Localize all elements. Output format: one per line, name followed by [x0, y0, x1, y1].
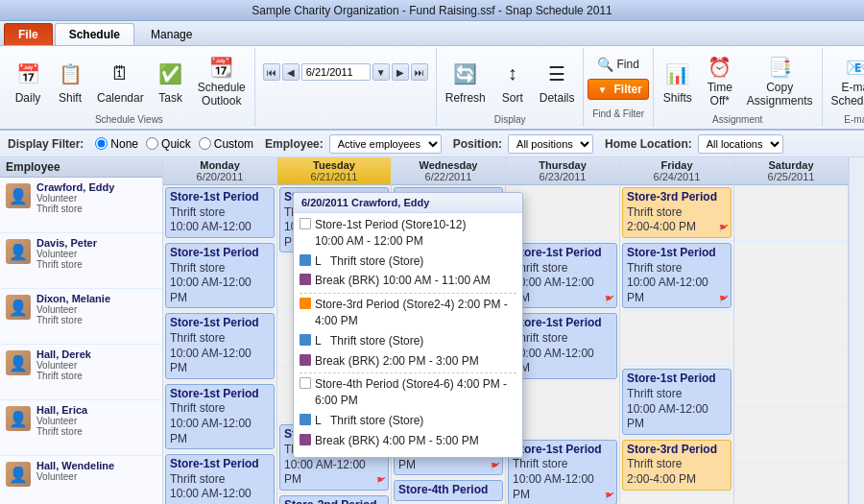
shift-block[interactable]: Store-1st Period Thrift store 10:00 AM-1…: [508, 440, 617, 504]
daily-button[interactable]: 📅 Daily: [8, 53, 48, 110]
day-col-monday: Monday 6/20/2011 Store-1st Period Thrift…: [163, 157, 277, 504]
employee-store-hall-erica: Thrift store: [36, 426, 156, 437]
cell-crawford-mon[interactable]: Store-1st Period Thrift store 10:00 AM-1…: [163, 185, 276, 241]
flag-icon: 🚩: [491, 463, 500, 472]
shift-block[interactable]: Store-1st Period Thrift store 10:00 AM-1…: [165, 187, 275, 238]
employee-item-hall-erica[interactable]: 👤 Hall, Erica Volunteer Thrift store: [0, 400, 162, 456]
employee-list: 👤 Crawford, Eddy Volunteer Thrift store …: [0, 178, 162, 504]
shift-block[interactable]: Store-3rd Period Thrift store 2:00-4:00 …: [622, 187, 732, 238]
cell-dixon-fri[interactable]: [620, 311, 733, 367]
shift-block[interactable]: Store-1st Period Thrift store 10:00 AM-1…: [508, 243, 617, 308]
refresh-icon: 🔄: [450, 59, 481, 89]
shift-block[interactable]: Store-1st Period Thrift store 10:00 AM-1…: [508, 313, 617, 378]
tooltip-text-3: Break (BRK) 10:00 AM - 11:00 AM: [315, 273, 491, 289]
tab-schedule[interactable]: Schedule: [55, 23, 134, 45]
details-button[interactable]: ☰ Details: [535, 53, 580, 110]
employee-item-hall-derek[interactable]: 👤 Hall, Derek Volunteer Thrift store: [0, 345, 162, 400]
filter-quick-radio[interactable]: [146, 137, 158, 150]
tab-manage[interactable]: Manage: [136, 23, 206, 45]
cell-dixon-mon[interactable]: Store-1st Period Thrift store 10:00 AM-1…: [163, 311, 276, 381]
cell-hall-erica-sat[interactable]: [734, 408, 848, 464]
employee-role-hall-erica: Volunteer: [36, 416, 156, 426]
shift-block[interactable]: Store-1st Period Thrift store 10:00 AM-1…: [165, 243, 275, 308]
filter-none-radio[interactable]: [95, 137, 108, 150]
date-input[interactable]: [301, 63, 371, 81]
shift-block[interactable]: Store-1st Period Thrift store 10:00 AM-1…: [165, 384, 275, 449]
shift-block[interactable]: Store-1st Period Thrift store 10:00 AM-1…: [165, 454, 275, 504]
cell-hall-derek-sat[interactable]: [734, 352, 848, 408]
home-location-label: Home Location:: [605, 137, 692, 151]
schedule-outlook-button[interactable]: 📆 Schedule Outlook: [193, 53, 251, 110]
shifts-button[interactable]: 📊 Shifts: [658, 53, 698, 110]
filter-custom-option[interactable]: Custom: [199, 137, 253, 151]
cell-davis-sat[interactable]: [734, 241, 848, 297]
position-filter-select[interactable]: All positions: [508, 134, 593, 154]
shift-block[interactable]: Store-4th Period: [394, 480, 503, 501]
tooltip-text-2: L Thrift store (Store): [315, 253, 423, 270]
filter-button[interactable]: ▼ Filter: [588, 79, 648, 100]
cell-davis-fri[interactable]: Store-1st Period Thrift store 10:00 AM-1…: [620, 241, 733, 311]
cell-hall-wendeline-tue[interactable]: Store-2nd Period Thrift store: [277, 493, 391, 504]
day-col-friday: Friday 6/24/2011 Store-3rd Period Thrift…: [620, 157, 734, 504]
time-off-button[interactable]: ⏰ Time Off*: [700, 53, 740, 110]
cell-dixon-sat[interactable]: [734, 297, 848, 352]
copy-assignments-button[interactable]: 📑 Copy Assignments: [742, 53, 818, 110]
find-filter-label: Find & Filter: [592, 108, 644, 121]
shift-block[interactable]: Store-3rd Period Thrift store 2:00-4:00 …: [622, 440, 732, 491]
shift-block[interactable]: Store-1st Period Thrift store 10:00 AM-1…: [165, 313, 275, 378]
shift-block[interactable]: Store-1st Period Thrift store 10:00 AM-1…: [622, 369, 732, 434]
filter-none-option[interactable]: None: [95, 137, 138, 151]
avatar-crawford: 👤: [6, 183, 31, 208]
position-filter-label: Position:: [453, 137, 502, 151]
tooltip-item-5: L Thrift store (Store): [300, 333, 516, 349]
find-button[interactable]: 🔍 Find: [588, 54, 648, 75]
vertical-scrollbar[interactable]: [849, 157, 864, 504]
cell-hall-wendeline-fri[interactable]: [620, 493, 733, 504]
ribbon-group-display: 🔄 Refresh ↕ Sort ☰ Details Display: [437, 48, 585, 127]
cell-hall-wendeline-wed[interactable]: Store-4th Period: [392, 478, 505, 504]
cell-crawford-sat[interactable]: [734, 185, 848, 241]
shift-block[interactable]: Store-1st Period Thrift store 10:00 AM-1…: [622, 243, 732, 308]
employee-name-hall-erica: Hall, Erica: [36, 404, 156, 416]
tooltip-item-7: Store-4th Period (Store4-6) 4:00 PM - 6:…: [300, 376, 516, 409]
tab-file[interactable]: File: [4, 23, 53, 45]
employee-item-crawford[interactable]: 👤 Crawford, Eddy Volunteer Thrift store: [0, 178, 162, 233]
shift-button[interactable]: 📋 Shift: [50, 53, 90, 110]
tooltip-item-4: Store-3rd Period (Store2-4) 2:00 PM - 4:…: [300, 297, 516, 329]
day-header-saturday: Saturday 6/25/2011: [734, 157, 848, 185]
cell-hall-derek-mon[interactable]: Store-1st Period Thrift store 10:00 AM-1…: [163, 382, 276, 452]
filter-custom-radio[interactable]: [199, 137, 211, 150]
schedule-outlook-label: Schedule Outlook: [198, 81, 246, 108]
cell-hall-erica-fri[interactable]: Store-3rd Period Thrift store 2:00-4:00 …: [620, 438, 733, 493]
employee-item-dixon[interactable]: 👤 Dixon, Melanie Volunteer Thrift store: [0, 289, 162, 345]
cell-hall-wendeline-sat[interactable]: [734, 464, 848, 504]
employee-item-davis[interactable]: 👤 Davis, Peter Volunteer Thrift store: [0, 233, 162, 289]
task-button[interactable]: ✅ Task: [151, 53, 191, 110]
home-location-select[interactable]: All locations: [698, 134, 783, 154]
nav-dropdown-button[interactable]: ▼: [372, 63, 390, 81]
calendar-button[interactable]: 🗓 Calendar: [92, 53, 149, 110]
days-area: Monday 6/20/2011 Store-1st Period Thrift…: [163, 157, 849, 504]
cell-hall-erica-mon[interactable]: Store-1st Period Thrift store 10:00 AM-1…: [163, 452, 276, 504]
day-col-saturday: Saturday 6/25/2011: [734, 157, 849, 504]
day-date-wednesday: 6/22/2011: [425, 171, 472, 182]
flag-icon: 🚩: [376, 477, 386, 487]
nav-first-button[interactable]: ⏮: [263, 63, 280, 81]
cell-hall-derek-fri[interactable]: Store-1st Period Thrift store 10:00 AM-1…: [620, 367, 733, 437]
employee-item-hall-wendeline[interactable]: 👤 Hall, Wendeline Volunteer: [0, 456, 162, 504]
filter-quick-option[interactable]: Quick: [146, 137, 191, 151]
nav-next-button[interactable]: ▶: [392, 63, 409, 81]
shift-block[interactable]: Store-2nd Period Thrift store: [279, 495, 389, 504]
cell-crawford-fri[interactable]: Store-3rd Period Thrift store 2:00-4:00 …: [620, 185, 733, 241]
employee-name-hall-derek: Hall, Derek: [36, 348, 156, 360]
nav-prev-button[interactable]: ◀: [282, 63, 300, 81]
tooltip-divider-1: [300, 293, 516, 294]
sort-button[interactable]: ↕ Sort: [492, 53, 533, 110]
cell-davis-mon[interactable]: Store-1st Period Thrift store 10:00 AM-1…: [163, 241, 276, 311]
flag-icon: 🚩: [605, 296, 614, 305]
employee-filter-select[interactable]: Active employees: [329, 134, 442, 154]
refresh-button[interactable]: 🔄 Refresh: [441, 53, 491, 110]
day-header-monday: Monday 6/20/2011: [163, 157, 276, 185]
email-schedules-button[interactable]: 📧 E-mail Schedules: [827, 53, 864, 110]
nav-last-button[interactable]: ⏭: [411, 63, 428, 81]
